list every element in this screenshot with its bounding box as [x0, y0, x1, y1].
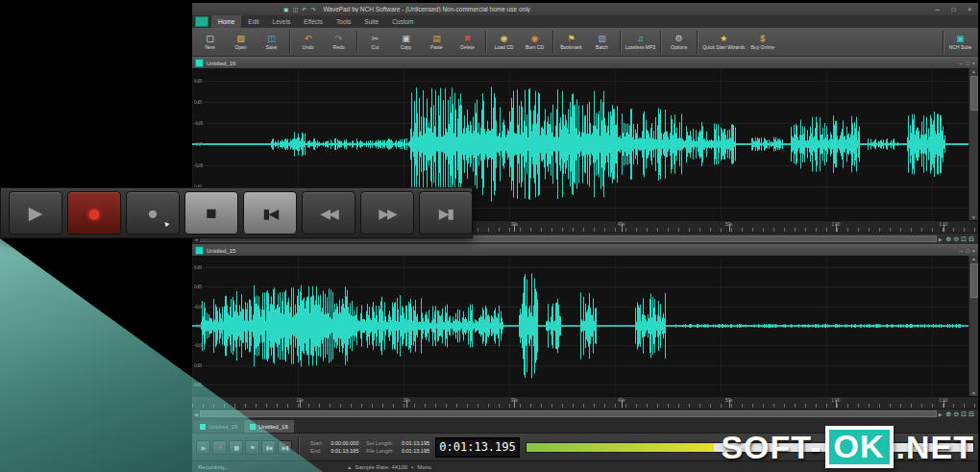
- toolbar-button-quick-start-wizards[interactable]: ★Quick Start Wizards: [700, 29, 747, 56]
- redo-icon: ↷: [335, 34, 343, 43]
- toolbar-button-save[interactable]: ◫Save: [257, 29, 286, 56]
- toolbar-button-open[interactable]: ▨Open: [226, 29, 256, 56]
- bottom-transport-buttons: ▶●▮▮■▮◀▶▮: [196, 440, 292, 455]
- watermark-pre: SOFT-: [721, 429, 821, 466]
- overlay-fast-forward-button[interactable]: ▶▶: [360, 191, 414, 235]
- level-meter-fill: [527, 443, 714, 452]
- scroll-left-icon[interactable]: ◀: [194, 411, 198, 417]
- redo-icon[interactable]: ↷: [310, 6, 315, 12]
- toolbar-button-batch[interactable]: ▥Batch: [587, 29, 617, 56]
- transport-record-button[interactable]: ●: [212, 440, 227, 455]
- overlay-record-options-button[interactable]: ●▲: [126, 191, 180, 235]
- cursor-icon: ▲: [160, 218, 172, 230]
- transport-pause-button[interactable]: ▮▮: [229, 440, 243, 455]
- transport-stop-button[interactable]: ■: [245, 440, 259, 455]
- doc-tab-untitled-15[interactable]: Untitled_15: [194, 420, 243, 433]
- record-icon: ●: [87, 202, 102, 225]
- track-header[interactable]: Untitled_16 ─□×: [192, 57, 978, 68]
- bookmark-icon: ⚑: [567, 34, 575, 43]
- toolbar-button-new[interactable]: ▢New: [195, 29, 225, 56]
- toolbar-button-burn-cd[interactable]: ◉Burn CD: [520, 29, 550, 56]
- ruler-tick: [406, 400, 407, 408]
- minimize-track-button[interactable]: ─: [960, 61, 964, 66]
- ruler-tick: [514, 400, 515, 408]
- vertical-scrollbar-thumb[interactable]: [970, 263, 978, 298]
- vertical-scrollbar[interactable]: ▲ ▼: [968, 256, 978, 396]
- horizontal-scrollbar[interactable]: ◀ ▶ ⊕⊖⊡⊟: [192, 409, 978, 418]
- toolbar-button-paste[interactable]: ▤Paste: [422, 29, 452, 56]
- toolbar-button-copy[interactable]: ▣Copy: [391, 29, 421, 56]
- undo-icon[interactable]: ↶: [302, 6, 306, 12]
- toolbar-button-load-cd[interactable]: ◉Load CD: [489, 29, 519, 56]
- overlay-skip-to-end-button[interactable]: ▶▮: [419, 191, 473, 235]
- app-icon[interactable]: ▣: [283, 6, 289, 12]
- vertical-scrollbar-thumb[interactable]: [970, 76, 978, 111]
- toolbar-separator: [356, 31, 357, 54]
- time-ruler[interactable]: 10s20s30s40s50s1:001:10: [192, 396, 978, 409]
- scroll-up-icon[interactable]: ▲: [971, 68, 976, 74]
- menu-tab-home[interactable]: Home: [211, 15, 241, 28]
- scroll-right-icon[interactable]: ▶: [939, 411, 943, 417]
- minimize-track-button[interactable]: ─: [960, 248, 964, 254]
- menu-tab-edit[interactable]: Edit: [241, 15, 265, 28]
- zoom-out-icon[interactable]: ⊖: [953, 410, 959, 418]
- restore-track-button[interactable]: □: [966, 248, 968, 254]
- scroll-up-icon[interactable]: ▲: [971, 256, 976, 261]
- expander-icon[interactable]: ▴: [348, 463, 351, 470]
- toolbar-label: New: [205, 44, 214, 50]
- transport-skip-to-end-button[interactable]: ▶▮: [278, 440, 292, 455]
- zoom-out-icon[interactable]: ⊖: [953, 236, 959, 243]
- save-icon[interactable]: ◫: [293, 6, 299, 12]
- app-menu-button[interactable]: [195, 16, 208, 27]
- overlay-rewind-button[interactable]: ◀◀: [302, 191, 355, 235]
- zoom-selection-icon[interactable]: ⊡: [961, 236, 967, 243]
- toolbar-label: Quick Start Wizards: [702, 44, 745, 50]
- toolbar-button-cut[interactable]: ✂Cut: [360, 29, 390, 56]
- menu-tab-custom[interactable]: Custom: [385, 15, 420, 28]
- toolbar-button-delete[interactable]: ✖Delete: [453, 29, 482, 56]
- waveform-canvas[interactable]: [192, 256, 968, 396]
- zoom-full-icon[interactable]: ⊟: [968, 236, 974, 243]
- toolbar-label: NCH Suite: [949, 44, 972, 50]
- toolbar-button-undo[interactable]: ↶Undo: [293, 29, 323, 56]
- overlay-play-button[interactable]: ▶: [9, 191, 62, 235]
- menu-tab-tools[interactable]: Tools: [330, 15, 357, 28]
- track-header[interactable]: Untitled_15 ─□×: [192, 244, 978, 256]
- zoom-in-icon[interactable]: ⊕: [946, 410, 952, 418]
- overlay-record-button[interactable]: ●: [67, 191, 121, 235]
- title-bar[interactable]: ▣◫↶↷ WavePad by NCH Software - (Unlicens…: [192, 3, 978, 15]
- toolbar-button-nch-suite[interactable]: ▣ NCH Suite: [945, 29, 975, 56]
- zoom-selection-icon[interactable]: ⊡: [961, 410, 967, 418]
- zoom-full-icon[interactable]: ⊟: [968, 410, 974, 418]
- toolbar-button-redo[interactable]: ↷Redo: [324, 29, 354, 56]
- maximize-button[interactable]: □: [945, 3, 962, 15]
- toolbar-button-options[interactable]: ⚙Options: [664, 29, 694, 56]
- channels-text: Mono: [417, 464, 431, 470]
- toolbar-button-bookmark[interactable]: ⚑Bookmark: [556, 29, 586, 56]
- minimize-button[interactable]: ─: [929, 3, 945, 15]
- skip-to-start-icon: ▮◀: [263, 207, 277, 220]
- horizontal-scrollbar-thumb[interactable]: [200, 410, 937, 417]
- restore-track-button[interactable]: □: [966, 61, 968, 66]
- menu-tab-levels[interactable]: Levels: [266, 15, 298, 28]
- selection-info: Start: 0:00:00.000 Sel Length: 0:01:13.1…: [310, 440, 429, 454]
- transport-play-button[interactable]: ▶: [196, 440, 210, 455]
- toolbar-button-lossless-mp3[interactable]: ♫Lossless MP3: [624, 29, 657, 56]
- ruler-tick: [514, 224, 515, 232]
- overlay-stop-button[interactable]: ■: [184, 191, 238, 235]
- menu-tab-effects[interactable]: Effects: [297, 15, 330, 28]
- doc-tab-untitled-16[interactable]: Untitled_16: [244, 420, 293, 433]
- quick-start-wizards-icon: ★: [720, 34, 727, 43]
- ruler-tick: [622, 224, 623, 232]
- close-button[interactable]: ×: [962, 3, 978, 15]
- transport-skip-to-start-button[interactable]: ▮◀: [261, 440, 276, 455]
- menu-tab-suite[interactable]: Suite: [357, 15, 385, 28]
- scroll-right-icon[interactable]: ▶: [939, 236, 943, 242]
- zoom-in-icon[interactable]: ⊕: [946, 236, 952, 243]
- close-track-button[interactable]: ×: [972, 61, 975, 66]
- overlay-skip-to-start-button[interactable]: ▮◀: [243, 191, 297, 235]
- toolbar-separator: [943, 31, 943, 54]
- toolbar-button-buy-online[interactable]: $Buy Online: [747, 29, 777, 56]
- close-track-button[interactable]: ×: [972, 248, 975, 254]
- vertical-scrollbar[interactable]: ▲ ▼: [968, 68, 978, 220]
